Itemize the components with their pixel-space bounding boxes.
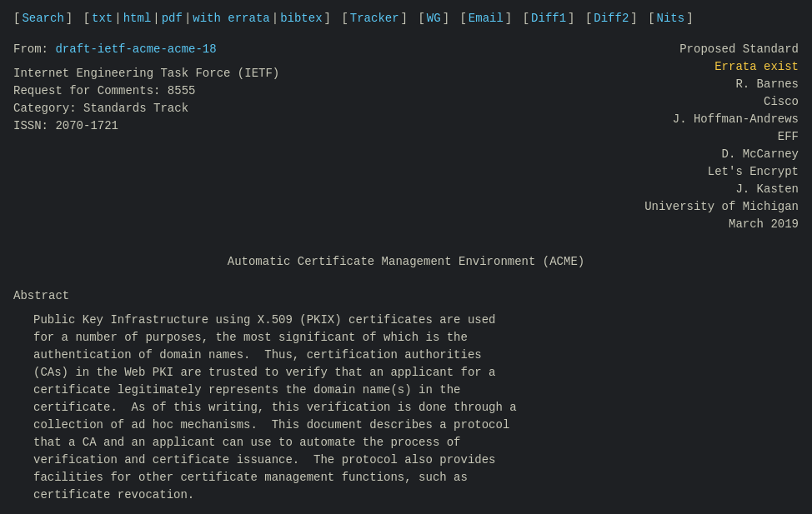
author4-name: J. Kasten xyxy=(615,181,799,198)
nav-bracket-open: [ xyxy=(13,10,20,27)
nav-space3 xyxy=(409,10,416,27)
nav-tracker-link[interactable]: Tracker xyxy=(350,10,399,27)
header-right: Proposed Standard Errata exist R. Barnes… xyxy=(615,41,799,233)
author2-org: EFF xyxy=(615,128,799,146)
from-label: From: xyxy=(13,42,48,56)
abstract-heading: Abstract xyxy=(13,287,799,305)
nav-pipe2: | xyxy=(153,10,159,27)
nav-txt-link[interactable]: txt xyxy=(92,10,113,27)
nav-bracket-open8: [ xyxy=(648,10,654,27)
nav-bracket-close5: ] xyxy=(505,10,512,27)
org-line: Internet Engineering Task Force (IETF) xyxy=(13,65,279,82)
nav-bracket-close4: ] xyxy=(443,10,449,27)
author1-name: R. Barnes xyxy=(615,76,799,93)
nav-space7 xyxy=(639,10,646,27)
nav-space2 xyxy=(333,10,339,27)
nav-diff2-link[interactable]: Diff2 xyxy=(594,10,629,27)
errata-exist: Errata exist xyxy=(615,58,799,76)
author3-org: Let's Encrypt xyxy=(615,163,799,181)
date: March 2019 xyxy=(615,216,799,233)
nav-bracket-close7: ] xyxy=(630,10,637,27)
nav-pipe4: | xyxy=(272,10,278,27)
proposed-standard: Proposed Standard xyxy=(615,41,799,58)
nav-bracket-close: ] xyxy=(66,10,73,27)
nav-bracket-open5: [ xyxy=(459,10,466,27)
nav-bracket-close8: ] xyxy=(686,10,693,27)
nav-space4 xyxy=(451,10,458,27)
nav-nits-link[interactable]: Nits xyxy=(657,10,685,27)
nav-pipe1: | xyxy=(114,10,121,27)
nav-bracket-open7: [ xyxy=(585,10,592,27)
nav-pipe3: | xyxy=(184,10,191,27)
nav-space xyxy=(74,10,81,27)
nav-bar: [Search] [txt|html|pdf|with errata|bibte… xyxy=(13,10,799,27)
nav-html-link[interactable]: html xyxy=(123,10,152,27)
nav-bracket-open6: [ xyxy=(523,10,529,27)
author4-org: University of Michigan xyxy=(615,198,799,216)
draft-link[interactable]: draft-ietf-acme-acme-18 xyxy=(55,42,216,56)
nav-bracket-close3: ] xyxy=(401,10,408,27)
author2-name: J. Hoffman-Andrews xyxy=(615,111,799,128)
rfc-line: Request for Comments: 8555 xyxy=(13,82,279,100)
document-title: Automatic Certificate Management Environ… xyxy=(228,255,584,268)
nav-diff1-link[interactable]: Diff1 xyxy=(531,10,566,27)
nav-pdf-link[interactable]: pdf xyxy=(162,10,183,27)
nav-bibtex-link[interactable]: bibtex xyxy=(280,10,322,27)
header-left: From: draft-ietf-acme-acme-18 Internet E… xyxy=(13,41,279,233)
nav-wg-link[interactable]: WG xyxy=(427,10,441,27)
nav-bracket-open2: [ xyxy=(83,10,90,27)
nav-bracket-open3: [ xyxy=(341,10,348,27)
author3-name: D. McCarney xyxy=(615,146,799,163)
abstract-section: Abstract Public Key Infrastructure using… xyxy=(13,287,799,504)
nav-search-link[interactable]: Search xyxy=(22,10,63,27)
nav-bracket-close6: ] xyxy=(568,10,574,27)
issn-line: ISSN: 2070-1721 xyxy=(13,117,279,135)
abstract-body: Public Key Infrastructure using X.509 (P… xyxy=(13,312,799,504)
from-line: From: draft-ietf-acme-acme-18 xyxy=(13,41,279,58)
nav-errata-link[interactable]: with errata xyxy=(193,10,269,27)
nav-bracket-close2: ] xyxy=(324,10,331,27)
category-line: Category: Standards Track xyxy=(13,100,279,117)
nav-bracket-open4: [ xyxy=(418,10,424,27)
author1-org: Cisco xyxy=(615,93,799,111)
title-section: Automatic Certificate Management Environ… xyxy=(13,253,799,271)
nav-email-link[interactable]: Email xyxy=(469,10,504,27)
header-section: From: draft-ietf-acme-acme-18 Internet E… xyxy=(13,41,799,233)
nav-space5 xyxy=(514,10,520,27)
nav-space6 xyxy=(577,10,584,27)
